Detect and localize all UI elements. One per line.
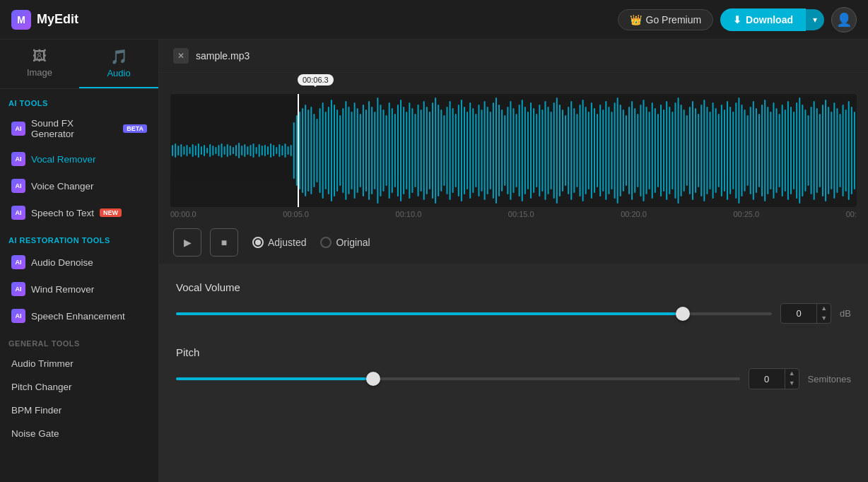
svg-rect-53 [322, 102, 324, 199]
radio-adjusted[interactable]: Adjusted [252, 237, 306, 248]
svg-rect-91 [432, 102, 433, 199]
sidebar-item-speech-to-text[interactable]: AI Speech to Text NEW [3, 200, 156, 225]
waveform-display[interactable] [170, 94, 857, 207]
svg-rect-80 [400, 100, 401, 201]
avatar[interactable]: 👤 [831, 7, 857, 33]
svg-rect-143 [582, 100, 584, 201]
close-file-button[interactable]: ✕ [173, 48, 189, 64]
sidebar-item-sound-fx[interactable]: AI Sound FX Generator BETA [3, 112, 156, 145]
svg-rect-48 [307, 110, 309, 192]
svg-rect-192 [724, 110, 725, 192]
new-badge-speech-to-text: NEW [100, 208, 122, 217]
pitch-input[interactable]: 0 [749, 371, 785, 387]
svg-rect-237 [854, 112, 855, 189]
svg-rect-161 [634, 108, 635, 193]
sidebar-item-speech-enhancement[interactable]: AI Speech Enhancement [3, 303, 156, 329]
sidebar-item-bpm-finder[interactable]: BPM Finder [3, 399, 156, 421]
svg-rect-188 [712, 102, 714, 199]
svg-rect-27 [247, 146, 248, 155]
main-layout: 🖼 Image 🎵 Audio AI TOOLS AI Sound FX Gen… [0, 40, 868, 482]
svg-rect-28 [250, 145, 251, 156]
play-icon: ▶ [184, 237, 192, 248]
logo-icon: M [11, 10, 31, 30]
svg-rect-207 [767, 107, 768, 194]
sidebar-item-wind-remover[interactable]: AI Wind Remover [3, 276, 156, 302]
svg-rect-39 [281, 146, 283, 155]
svg-rect-222 [811, 107, 812, 194]
ai-restoration-section-label: AI RESTORATION TOOLS [0, 226, 158, 249]
header: M MyEdit 👑 Go Premium ⬇ Download ▾ 👤 [0, 0, 868, 40]
pitch-fill [176, 377, 373, 380]
svg-rect-64 [354, 102, 356, 199]
svg-rect-33 [264, 145, 266, 156]
svg-rect-220 [804, 110, 806, 192]
svg-rect-180 [689, 107, 691, 194]
svg-rect-208 [770, 112, 771, 189]
sidebar-item-pitch-changer[interactable]: Pitch Changer [3, 376, 156, 398]
svg-rect-144 [585, 107, 587, 194]
vocal-volume-up[interactable]: ▲ [817, 304, 831, 314]
svg-rect-175 [674, 102, 676, 199]
svg-rect-171 [663, 110, 664, 192]
timeline-mark-5: 00:25.0 [733, 210, 759, 218]
download-dropdown-arrow[interactable]: ▾ [806, 9, 824, 30]
svg-rect-43 [293, 122, 295, 179]
sidebar-item-vocal-remover[interactable]: AI Vocal Remover [3, 146, 156, 172]
svg-rect-227 [825, 100, 826, 201]
svg-rect-107 [478, 105, 479, 196]
go-premium-button[interactable]: 👑 Go Premium [618, 9, 714, 30]
pitch-track[interactable] [176, 377, 740, 380]
svg-rect-49 [310, 107, 312, 194]
svg-rect-32 [262, 146, 263, 155]
svg-rect-115 [501, 110, 503, 192]
stop-button[interactable]: ■ [210, 228, 238, 257]
svg-rect-147 [594, 108, 595, 193]
svg-rect-85 [414, 114, 416, 187]
svg-rect-170 [660, 105, 662, 196]
svg-rect-65 [357, 108, 358, 193]
svg-rect-162 [637, 114, 638, 187]
svg-rect-225 [819, 114, 821, 187]
svg-rect-197 [738, 98, 739, 204]
sidebar-item-audio-denoise[interactable]: AI Audio Denoise [3, 249, 156, 275]
vocal-volume-down[interactable]: ▼ [817, 314, 831, 324]
svg-rect-74 [382, 110, 384, 192]
svg-rect-55 [328, 107, 329, 194]
pitch-thumb[interactable] [366, 372, 380, 386]
file-name: sample.mp3 [196, 50, 250, 61]
svg-rect-56 [331, 100, 332, 201]
sidebar-item-noise-gate[interactable]: Noise Gate [3, 423, 156, 445]
sidebar-item-audio-trimmer[interactable]: Audio Trimmer [3, 353, 156, 375]
svg-rect-122 [522, 100, 523, 201]
pitch-unit: Semitones [808, 374, 851, 384]
svg-rect-26 [244, 144, 245, 157]
svg-rect-13 [206, 148, 208, 153]
vocal-volume-arrows: ▲ ▼ [816, 304, 831, 323]
svg-rect-70 [371, 107, 373, 194]
vocal-volume-track[interactable] [176, 312, 772, 315]
svg-rect-187 [709, 112, 710, 189]
pitch-up[interactable]: ▲ [785, 369, 799, 379]
content-area: ✕ sample.mp3 00:06.3 [159, 40, 868, 482]
pitch-down[interactable]: ▼ [785, 379, 799, 389]
play-button[interactable]: ▶ [173, 228, 201, 257]
waveform-area[interactable]: 00:06.3 [170, 94, 857, 221]
svg-rect-83 [409, 102, 410, 199]
timeline-mark-1: 00:05.0 [283, 210, 309, 218]
svg-rect-140 [573, 108, 575, 193]
svg-rect-76 [389, 102, 390, 199]
svg-rect-178 [684, 110, 685, 192]
vocal-volume-input[interactable]: 0 [781, 305, 816, 322]
radio-original[interactable]: Original [320, 237, 370, 248]
svg-rect-152 [608, 107, 609, 194]
svg-rect-116 [504, 115, 505, 186]
tab-image[interactable]: 🖼 Image [0, 40, 79, 88]
tab-audio[interactable]: 🎵 Audio [79, 40, 158, 88]
vocal-volume-thumb[interactable] [676, 307, 690, 321]
waveform-svg [170, 94, 857, 207]
svg-rect-160 [631, 101, 633, 200]
svg-rect-203 [756, 108, 757, 193]
download-button[interactable]: ⬇ Download [720, 8, 806, 31]
sidebar-item-voice-changer[interactable]: AI Voice Changer [3, 173, 156, 199]
svg-rect-97 [450, 101, 451, 200]
